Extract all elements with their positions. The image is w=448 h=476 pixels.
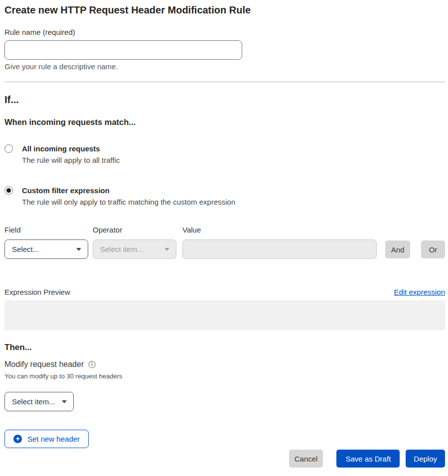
cancel-button[interactable]: Cancel	[289, 450, 323, 468]
footer-actions: Cancel Save as Draft Deploy	[4, 450, 445, 468]
header-action-select[interactable]: Select item...	[4, 392, 74, 411]
modify-header-row: Modify request header ⓘ	[4, 359, 445, 369]
chevron-down-icon	[62, 400, 67, 403]
expression-builder-row: Field Select... Operator Select item... …	[4, 226, 445, 259]
modify-request-header-label: Modify request header	[4, 359, 84, 369]
operator-select-value: Select item...	[100, 245, 144, 253]
radio-option-all-incoming-requests[interactable]: All incoming requests The rule will appl…	[4, 144, 445, 165]
radio-option-text: All incoming requests The rule will appl…	[22, 144, 120, 165]
then-heading: Then...	[4, 342, 445, 353]
field-select[interactable]: Select...	[4, 239, 88, 259]
modify-header-help: You can modify up to 30 request headers	[4, 372, 445, 380]
chevron-down-icon	[76, 248, 81, 251]
chevron-down-icon	[164, 248, 169, 251]
plus-icon: +	[13, 435, 22, 443]
rule-name-label: Rule name (required)	[4, 28, 445, 37]
radio-option-label: Custom filter expression	[22, 186, 235, 195]
expression-preview-header: Expression Preview Edit expression	[4, 287, 445, 297]
radio-selected-dot	[6, 188, 11, 193]
create-rule-page: Create new HTTP Request Header Modificat…	[0, 0, 448, 468]
radio-option-description: The rule will only apply to traffic matc…	[22, 197, 235, 207]
page-title: Create new HTTP Request Header Modificat…	[4, 4, 445, 16]
radio-selected-icon[interactable]	[4, 186, 13, 195]
operator-label: Operator	[93, 226, 176, 235]
expression-preview-label: Expression Preview	[4, 287, 70, 297]
operator-select: Select item...	[93, 239, 176, 259]
save-as-draft-button[interactable]: Save as Draft	[336, 450, 400, 468]
set-new-header-label: Set new header	[27, 435, 80, 443]
set-new-header-button[interactable]: + Set new header	[4, 430, 89, 448]
header-action-select-value: Select item...	[12, 397, 55, 406]
radio-unselected-icon[interactable]	[4, 144, 13, 153]
rule-name-help: Give your rule a descriptive name.	[4, 62, 445, 71]
value-input	[182, 239, 377, 259]
edit-expression-link[interactable]: Edit expression	[394, 287, 445, 297]
deploy-button[interactable]: Deploy	[406, 450, 445, 468]
and-button[interactable]: And	[385, 240, 410, 258]
value-label: Value	[182, 226, 377, 235]
if-heading: If...	[4, 93, 445, 106]
info-icon[interactable]: ⓘ	[88, 360, 96, 368]
match-subheading: When incoming requests match...	[4, 117, 445, 127]
expression-preview-box	[4, 300, 445, 330]
radio-option-label: All incoming requests	[22, 144, 120, 153]
section-divider	[4, 82, 445, 82]
field-label: Field	[4, 226, 88, 235]
radio-option-text: Custom filter expression The rule will o…	[22, 186, 235, 207]
andor-button-group: And Or	[385, 240, 445, 258]
or-button[interactable]: Or	[421, 240, 445, 258]
rule-name-input[interactable]	[4, 40, 242, 60]
field-select-value: Select...	[12, 245, 39, 253]
radio-option-description: The rule will apply to all traffic	[22, 155, 120, 165]
radio-option-custom-filter-expression[interactable]: Custom filter expression The rule will o…	[4, 186, 445, 207]
